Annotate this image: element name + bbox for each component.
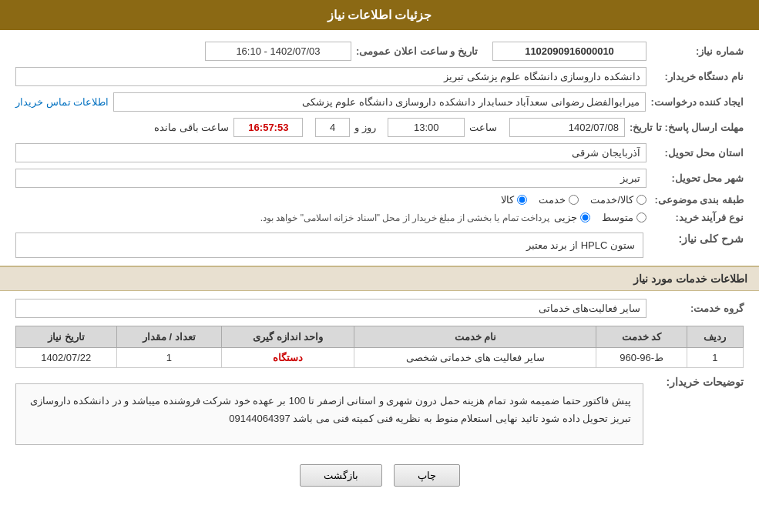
services-section-header: اطلاعات خدمات مورد نیاز — [0, 266, 759, 291]
purchase-type-radio-group: متوسط جزیی — [554, 212, 646, 223]
purchase-option-motavasset[interactable]: متوسط — [602, 212, 646, 223]
creator-input[interactable] — [113, 92, 646, 112]
announce-value-input[interactable] — [205, 42, 351, 61]
city-input[interactable] — [15, 169, 646, 188]
contact-info-link[interactable]: اطلاعات تماس خریدار — [15, 96, 109, 108]
announce-label: تاریخ و ساعت اعلان عمومی: — [356, 45, 478, 57]
buyer-notes-box: پیش فاکتور حتما ضمیمه شود تمام هزینه حمل… — [15, 383, 643, 445]
table-row: 1 ط-96-960 سایر فعالیت های خدماتی شخصی د… — [16, 348, 744, 368]
category-label: طبقه بندی موضوعی: — [651, 194, 744, 206]
service-group-input[interactable] — [15, 299, 646, 318]
need-number-label: شماره نیاز: — [651, 45, 744, 57]
col-header-name: نام خدمت — [354, 326, 596, 348]
days-input[interactable] — [315, 118, 350, 137]
remaining-value-input[interactable] — [233, 118, 303, 137]
buyer-notes-label: توضیحات خریدار: — [651, 376, 744, 388]
service-group-label: گروه خدمت: — [651, 303, 744, 314]
purchase-option-label: جزیی — [554, 212, 577, 223]
reply-date-input[interactable] — [509, 118, 625, 137]
col-header-row: ردیف — [687, 326, 743, 348]
purchase-option-label: متوسط — [602, 212, 633, 223]
col-header-code: کد خدمت — [596, 326, 687, 348]
reply-deadline-label: مهلت ارسال پاسخ: تا تاریخ: — [630, 122, 744, 133]
category-radio-group: کالا/خدمت خدمت کالا — [501, 194, 646, 206]
category-option-kala[interactable]: کالا — [501, 194, 527, 206]
cell-row-num: 1 — [687, 348, 743, 368]
col-header-date: تاریخ نیاز — [16, 326, 117, 348]
services-table-section: ردیف کد خدمت نام خدمت واحد اندازه گیری ت… — [15, 326, 744, 368]
action-buttons: چاپ بازگشت — [15, 464, 744, 487]
province-input[interactable] — [15, 143, 646, 162]
purchase-option-jozei[interactable]: جزیی — [554, 212, 590, 223]
reply-time-label: ساعت — [469, 122, 497, 133]
days-label: روز و — [354, 122, 376, 133]
need-desc-value: ستون HPLC از برند معتبر — [526, 239, 635, 251]
category-option-label: کالا — [501, 194, 514, 206]
category-option-label: خدمت — [539, 194, 566, 206]
creator-label: ایجاد کننده درخواست: — [650, 96, 744, 108]
col-header-unit: واحد اندازه گیری — [222, 326, 354, 348]
category-option-kala-khedmat[interactable]: کالا/خدمت — [590, 194, 646, 206]
cell-quantity: 1 — [116, 348, 222, 368]
page-title: جزئیات اطلاعات نیاز — [0, 0, 759, 30]
need-number-input[interactable] — [492, 42, 646, 61]
buyer-org-label: نام دستگاه خریدار: — [651, 71, 744, 82]
buyer-org-input[interactable] — [15, 67, 646, 86]
print-button[interactable]: چاپ — [394, 464, 460, 487]
cell-service-name: سایر فعالیت های خدماتی شخصی — [354, 348, 596, 368]
cell-date: 1402/07/22 — [16, 348, 117, 368]
need-desc-label: شرح کلی نیاز: — [651, 233, 744, 245]
cell-service-code: ط-96-960 — [596, 348, 687, 368]
category-option-khedmat[interactable]: خدمت — [539, 194, 579, 206]
remaining-label: ساعت باقی مانده — [154, 122, 229, 133]
purchase-type-label: نوع فرآیند خرید: — [651, 212, 744, 223]
need-desc-box: ستون HPLC از برند معتبر — [15, 233, 643, 258]
purchase-note: پرداخت تمام یا بخشی از مبلغ خریدار از مح… — [260, 212, 549, 223]
category-option-label: کالا/خدمت — [590, 194, 633, 206]
reply-time-input[interactable] — [388, 118, 465, 137]
city-label: شهر محل تحویل: — [651, 172, 744, 184]
buyer-notes-value: پیش فاکتور حتما ضمیمه شود تمام هزینه حمل… — [30, 395, 631, 424]
province-label: استان محل تحویل: — [651, 147, 744, 159]
col-header-qty: تعداد / مقدار — [116, 326, 222, 348]
back-button[interactable]: بازگشت — [300, 464, 382, 487]
services-table: ردیف کد خدمت نام خدمت واحد اندازه گیری ت… — [15, 326, 744, 368]
cell-unit[interactable]: دستگاه — [222, 348, 354, 368]
